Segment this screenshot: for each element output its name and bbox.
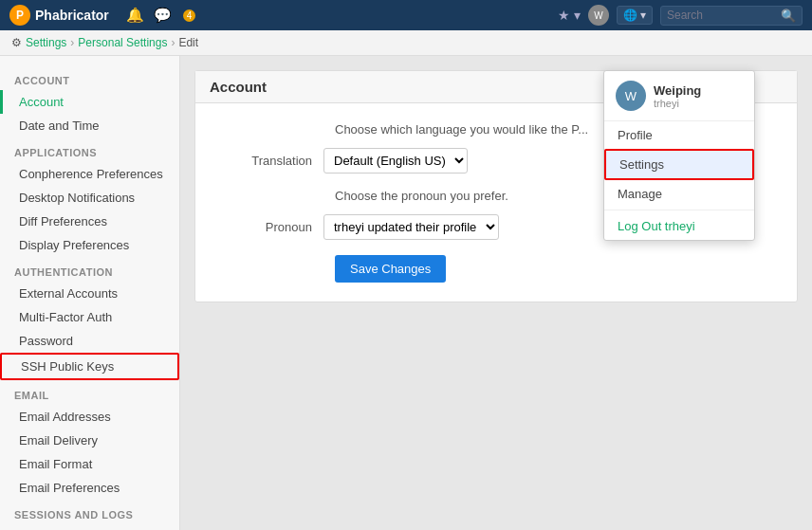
content-area: Account Choose which language you would … bbox=[180, 56, 812, 530]
pronoun-select[interactable]: trheyi updated their profile bbox=[323, 214, 499, 240]
breadcrumb: ⚙ Settings › Personal Settings › Edit bbox=[0, 30, 812, 56]
app-name: Phabricator bbox=[35, 8, 109, 23]
dropdown-item-manage[interactable]: Manage bbox=[604, 180, 754, 208]
sidebar-item-diff-preferences[interactable]: Diff Preferences bbox=[0, 210, 179, 233]
search-input[interactable] bbox=[667, 9, 781, 22]
breadcrumb-personal-settings[interactable]: Personal Settings bbox=[78, 36, 167, 49]
breadcrumb-icon: ⚙ bbox=[11, 36, 22, 49]
top-navigation: P Phabricator 🔔 💬 4 ★ ▾ W 🌐 ▾ 🔍 bbox=[0, 0, 812, 30]
sidebar-item-date-time[interactable]: Date and Time bbox=[0, 114, 179, 137]
sidebar-item-email-addresses[interactable]: Email Addresses bbox=[0, 405, 179, 429]
dropdown-avatar: W bbox=[616, 81, 646, 111]
main-layout: ACCOUNT Account Date and Time APPLICATIO… bbox=[0, 56, 812, 530]
search-icon: 🔍 bbox=[781, 9, 796, 23]
breadcrumb-settings[interactable]: Settings bbox=[26, 36, 66, 49]
dropdown-logout[interactable]: Log Out trheyi bbox=[604, 212, 754, 240]
breadcrumb-edit: Edit bbox=[178, 36, 198, 49]
sidebar-item-desktop-notifications[interactable]: Desktop Notifications bbox=[0, 186, 179, 210]
sidebar-item-conpherence[interactable]: Conpherence Preferences bbox=[0, 162, 179, 186]
translation-select[interactable]: Default (English US) bbox=[323, 148, 468, 174]
user-dropdown: W Weiping trheyi Profile Settings Manage… bbox=[603, 70, 755, 241]
globe-chevron: ▾ bbox=[640, 9, 646, 22]
sidebar-item-email-delivery[interactable]: Email Delivery bbox=[0, 429, 179, 452]
notification-badge: 4 bbox=[183, 9, 196, 22]
sidebar-section-account: ACCOUNT bbox=[0, 65, 179, 90]
translation-label: Translation bbox=[210, 154, 323, 168]
dropdown-user-header: W Weiping trheyi bbox=[604, 71, 754, 121]
globe-icon: 🌐 bbox=[623, 9, 637, 22]
sidebar-section-applications: APPLICATIONS bbox=[0, 137, 179, 162]
dropdown-divider bbox=[604, 210, 754, 210]
sidebar-item-ssh-keys[interactable]: SSH Public Keys bbox=[0, 353, 179, 380]
sidebar-item-email-preferences[interactable]: Email Preferences bbox=[0, 476, 179, 500]
sidebar-section-sessions: SESSIONS AND LOGS bbox=[0, 500, 179, 524]
dropdown-handle: trheyi bbox=[654, 98, 701, 109]
pronoun-label: Pronoun bbox=[210, 220, 323, 234]
sidebar-section-authentication: AUTHENTICATION bbox=[0, 257, 179, 282]
sidebar-item-account[interactable]: Account bbox=[0, 90, 179, 114]
topnav-right: ★ ▾ W 🌐 ▾ 🔍 bbox=[558, 5, 803, 26]
notification-icon[interactable]: 🔔 bbox=[126, 7, 144, 24]
message-icon[interactable]: 💬 bbox=[154, 7, 172, 24]
sidebar-item-activity-logs[interactable]: Activity Logs bbox=[0, 524, 179, 530]
logo-icon: P bbox=[9, 5, 30, 26]
sidebar: ACCOUNT Account Date and Time APPLICATIO… bbox=[0, 56, 180, 530]
sidebar-section-email: EMAIL bbox=[0, 380, 179, 405]
sidebar-item-email-format[interactable]: Email Format bbox=[0, 452, 179, 476]
search-box[interactable]: 🔍 bbox=[660, 6, 803, 26]
sidebar-item-external-accounts[interactable]: External Accounts bbox=[0, 282, 179, 305]
globe-button[interactable]: 🌐 ▾ bbox=[617, 6, 653, 25]
dropdown-user-info: Weiping trheyi bbox=[654, 83, 701, 109]
dropdown-item-profile[interactable]: Profile bbox=[604, 121, 754, 149]
app-logo[interactable]: P Phabricator bbox=[9, 5, 109, 26]
star-icon[interactable]: ★ ▾ bbox=[558, 8, 581, 23]
sidebar-item-display-preferences[interactable]: Display Preferences bbox=[0, 233, 179, 257]
sidebar-item-password[interactable]: Password bbox=[0, 329, 179, 353]
dropdown-item-settings[interactable]: Settings bbox=[604, 149, 754, 180]
save-changes-button[interactable]: Save Changes bbox=[335, 255, 446, 283]
avatar[interactable]: W bbox=[588, 5, 609, 26]
sidebar-item-mfa[interactable]: Multi-Factor Auth bbox=[0, 305, 179, 329]
nav-icons: 🔔 💬 4 bbox=[126, 7, 196, 24]
dropdown-username: Weiping bbox=[654, 83, 701, 98]
